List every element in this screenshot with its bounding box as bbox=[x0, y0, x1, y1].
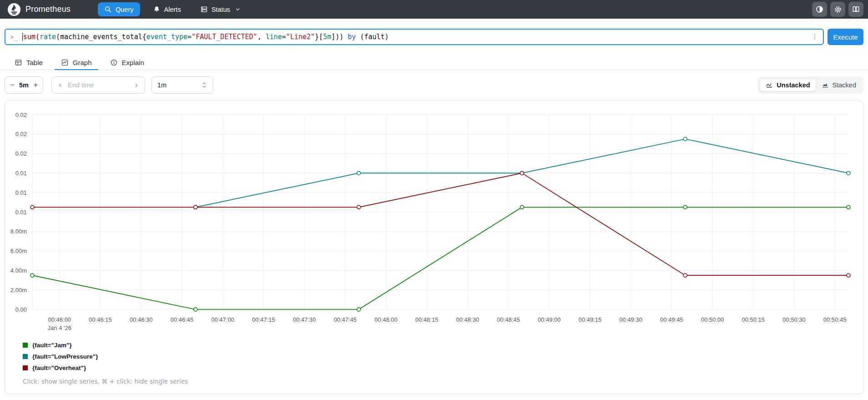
y-tick-label: 6.00m bbox=[10, 248, 27, 254]
tab-explain[interactable]: Explain bbox=[104, 56, 151, 70]
series-marker bbox=[847, 171, 850, 175]
range-duration-control: − 5m + bbox=[5, 76, 43, 94]
nav-item-query[interactable]: Query bbox=[98, 2, 140, 16]
tab-table[interactable]: Table bbox=[8, 56, 49, 70]
seg-label: Unstacked bbox=[777, 81, 810, 89]
x-tick-label: 00:48:15 bbox=[415, 316, 439, 323]
series-marker bbox=[194, 308, 197, 311]
series-marker bbox=[357, 308, 361, 311]
graph-legend: {fault="Jam"}{fault="LowPressure"}{fault… bbox=[23, 342, 863, 371]
tab-label: Graph bbox=[73, 59, 92, 66]
query-token: }[ bbox=[315, 33, 323, 41]
series-line bbox=[32, 173, 848, 275]
chevron-left-icon[interactable] bbox=[57, 82, 63, 88]
query-token: = bbox=[282, 33, 286, 41]
range-increase-button[interactable]: + bbox=[34, 81, 38, 89]
range-duration-value[interactable]: 5m bbox=[19, 81, 29, 89]
table-icon bbox=[15, 59, 22, 66]
x-tick-label: 00:48:00 bbox=[374, 316, 398, 323]
brand: Prometheus bbox=[7, 3, 71, 16]
stacking-toggle: Unstacked Stacked bbox=[758, 76, 863, 94]
series-marker bbox=[683, 137, 687, 141]
graph-controls: − 5m + End time 1m Unstacked Stacked bbox=[5, 76, 863, 94]
navbar: Prometheus Query Alerts Status bbox=[0, 0, 868, 19]
series-marker bbox=[847, 273, 850, 277]
query-token: ( bbox=[35, 33, 40, 41]
series-marker bbox=[357, 205, 361, 209]
stacked-button[interactable]: Stacked bbox=[816, 79, 862, 91]
x-tick-label: 00:46:15 bbox=[89, 316, 112, 323]
end-time-picker[interactable]: End time bbox=[51, 76, 145, 94]
legend-label: {fault="Overheat"} bbox=[32, 365, 86, 371]
query-token: ])) bbox=[331, 33, 348, 41]
chevron-down-icon bbox=[235, 6, 241, 12]
x-tick-label: 00:46:45 bbox=[171, 316, 194, 323]
x-axis-date-label: Jan 4 '26 bbox=[48, 324, 71, 331]
legend-label: {fault="LowPressure"} bbox=[32, 353, 98, 360]
x-tick-label: 00:47:15 bbox=[252, 316, 275, 323]
series-marker bbox=[357, 171, 361, 175]
promql-expression[interactable]: sum(rate(machine_events_total{event_type… bbox=[22, 33, 811, 41]
query-token: "Line2" bbox=[286, 33, 315, 41]
server-icon bbox=[200, 5, 208, 13]
x-tick-label: 00:49:15 bbox=[579, 316, 602, 323]
legend-swatch bbox=[23, 354, 28, 359]
view-tabs: Table Graph Explain bbox=[0, 55, 868, 70]
query-token: , bbox=[257, 33, 266, 41]
legend-item-0[interactable]: {fault="Jam"} bbox=[23, 342, 863, 349]
tab-label: Explain bbox=[122, 59, 144, 66]
legend-hint: Click: show single series, ⌘ + click: hi… bbox=[23, 378, 863, 385]
settings-button[interactable] bbox=[830, 2, 845, 17]
docs-button[interactable] bbox=[848, 2, 863, 17]
info-icon bbox=[110, 59, 118, 66]
y-tick-label: 0.02 bbox=[15, 150, 27, 157]
legend-label: {fault="Jam"} bbox=[32, 342, 72, 349]
x-tick-label: 00:49:30 bbox=[619, 316, 642, 323]
unstacked-button[interactable]: Unstacked bbox=[760, 79, 816, 91]
x-tick-label: 00:47:00 bbox=[211, 316, 234, 323]
prometheus-logo-icon bbox=[7, 3, 21, 16]
x-tick-label: 00:48:45 bbox=[497, 316, 520, 323]
nav-item-status[interactable]: Status bbox=[194, 2, 247, 16]
nav-item-label: Query bbox=[116, 6, 134, 13]
theme-toggle-icon bbox=[815, 5, 824, 14]
y-tick-label: 8.00m bbox=[10, 228, 27, 235]
series-marker bbox=[683, 205, 687, 209]
theme-toggle-button[interactable] bbox=[812, 2, 827, 17]
settings-gear-icon bbox=[833, 5, 843, 14]
gridlines bbox=[32, 115, 848, 309]
x-tick-label: 00:50:45 bbox=[823, 316, 847, 323]
graph-canvas[interactable]: 0.020.020.020.010.010.018.00m6.00m4.00m2… bbox=[5, 104, 859, 334]
y-tick-label: 4.00m bbox=[10, 267, 27, 274]
tab-graph[interactable]: Graph bbox=[55, 56, 98, 70]
nav-item-alerts[interactable]: Alerts bbox=[146, 2, 187, 16]
query-token: ( bbox=[56, 33, 60, 41]
query-token: machine_events_total bbox=[60, 33, 142, 41]
range-decrease-button[interactable]: − bbox=[10, 81, 14, 89]
graph-panel: 0.020.020.020.010.010.018.00m6.00m4.00m2… bbox=[5, 101, 863, 394]
x-tick-label: 00:46:00 bbox=[48, 316, 71, 323]
execute-button[interactable]: Execute bbox=[828, 29, 863, 45]
legend-item-1[interactable]: {fault="LowPressure"} bbox=[23, 353, 863, 360]
query-token: event_type bbox=[146, 33, 187, 41]
series-marker bbox=[683, 273, 687, 277]
series-marker bbox=[520, 171, 524, 175]
query-input[interactable]: >_ sum(rate(machine_events_total{event_t… bbox=[5, 29, 824, 45]
query-token: rate bbox=[40, 33, 56, 41]
query-token: { bbox=[142, 33, 146, 41]
x-tick-label: 00:50:00 bbox=[701, 316, 724, 323]
main-menu: Query Alerts Status bbox=[98, 2, 247, 16]
query-options-kebab-icon[interactable] bbox=[811, 33, 818, 41]
series-marker bbox=[194, 205, 197, 209]
resolution-select[interactable]: 1m bbox=[151, 76, 213, 94]
x-tick-label: 00:50:30 bbox=[782, 316, 806, 323]
x-tick-label: 00:49:00 bbox=[538, 316, 561, 323]
legend-item-2[interactable]: {fault="Overheat"} bbox=[23, 365, 863, 371]
bell-icon bbox=[153, 5, 161, 13]
series-marker bbox=[847, 205, 850, 209]
query-token: = bbox=[187, 33, 192, 41]
nav-item-label: Alerts bbox=[164, 6, 181, 13]
y-tick-label: 2.00m bbox=[10, 287, 27, 294]
chevron-right-icon[interactable] bbox=[133, 82, 139, 88]
series-line bbox=[32, 207, 848, 309]
